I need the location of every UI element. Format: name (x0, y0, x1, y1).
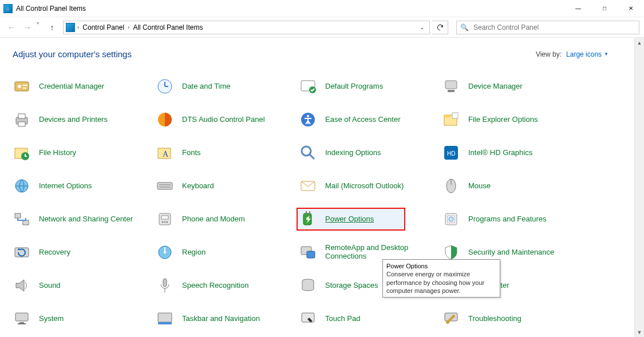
item-link[interactable]: Devices and Printers (39, 116, 108, 124)
page-heading: Adjust your computer's settings (13, 49, 132, 59)
item-link[interactable]: Phone and Modem (182, 215, 245, 224)
forward-button[interactable]: → (21, 21, 34, 34)
item-link[interactable]: Indexing Options (325, 149, 381, 157)
control-panel-item[interactable]: Programs and Features (442, 208, 585, 231)
item-link[interactable]: Power Options (325, 215, 374, 224)
item-link[interactable]: Internet Options (39, 182, 92, 191)
troubleshoot-icon (442, 310, 460, 328)
fonts-icon: A (156, 144, 174, 162)
scrollbar[interactable]: ▲ ▼ (634, 38, 644, 337)
address-bar[interactable]: › Control Panel › All Control Panel Item… (63, 21, 430, 34)
control-panel-item[interactable]: Recovery (13, 241, 156, 264)
svg-point-24 (302, 146, 311, 156)
region-icon (156, 243, 174, 261)
control-panel-item[interactable]: Mail (Microsoft Outlook) (299, 175, 442, 197)
svg-rect-18 (444, 115, 450, 117)
control-panel-item[interactable]: Troubleshooting (442, 307, 585, 330)
view-by-label: View by: (536, 50, 562, 58)
close-button[interactable]: ✕ (618, 0, 644, 17)
control-panel-item[interactable]: Devices and Printers (13, 108, 156, 131)
control-panel-item[interactable]: Taskbar and Navigation (156, 307, 299, 330)
mail-icon (299, 177, 317, 195)
view-by-dropdown[interactable]: Large icons ▼ (566, 50, 609, 58)
item-link[interactable]: Credential Manager (39, 82, 104, 91)
item-link[interactable]: Default Programs (325, 82, 383, 91)
item-link[interactable]: Touch Pad (325, 315, 360, 323)
control-panel-item[interactable]: Default Programs (299, 75, 442, 98)
item-link[interactable]: File Explorer Options (468, 116, 538, 124)
svg-point-16 (307, 115, 309, 117)
defaultprog-icon (299, 77, 317, 96)
control-panel-item[interactable]: Indexing Options (299, 141, 442, 164)
control-panel-item[interactable]: Sound (13, 274, 156, 297)
svg-rect-62 (158, 322, 172, 324)
search-input[interactable] (472, 23, 635, 32)
control-panel-item[interactable]: Phone and Modem (156, 208, 299, 231)
breadcrumb[interactable]: All Control Panel Items (132, 23, 204, 31)
svg-rect-9 (445, 81, 457, 89)
item-link[interactable]: System (39, 315, 64, 323)
address-dropdown-icon[interactable]: ⌄ (417, 24, 427, 30)
item-link[interactable]: Mouse (468, 182, 491, 191)
item-link[interactable]: DTS Audio Control Panel (182, 116, 265, 124)
control-panel-item[interactable]: File History (13, 141, 156, 164)
item-link[interactable]: Ease of Access Center (325, 116, 401, 124)
control-panel-item[interactable]: Power Options (297, 208, 405, 231)
item-link[interactable]: Storage Spaces (325, 282, 378, 290)
control-panel-item[interactable]: Device Manager (442, 75, 585, 98)
history-dropdown-icon[interactable]: ▾ (37, 21, 39, 34)
power-icon (299, 210, 317, 228)
item-link[interactable]: Programs and Features (468, 215, 547, 224)
item-link[interactable]: Speech Recognition (182, 282, 248, 290)
search-box[interactable]: 🔍 (456, 21, 639, 34)
system-icon (13, 310, 31, 328)
item-link[interactable]: Mail (Microsoft Outlook) (325, 182, 404, 191)
back-button[interactable]: ← (5, 21, 18, 34)
control-panel-item[interactable]: File Explorer Options (442, 108, 585, 131)
control-panel-item[interactable]: Ease of Access Center (299, 108, 442, 131)
item-link[interactable]: File History (39, 149, 76, 157)
item-link[interactable]: Sound (39, 282, 61, 290)
control-panel-item[interactable]: Internet Options (13, 175, 156, 197)
control-panel-item[interactable]: Mouse (442, 175, 585, 197)
item-link[interactable]: Keyboard (182, 182, 214, 191)
svg-rect-3 (23, 88, 26, 89)
control-panel-item[interactable]: Network and Sharing Center (13, 208, 156, 231)
item-link[interactable]: Fonts (182, 149, 201, 157)
up-button[interactable]: ↑ (46, 21, 58, 34)
control-panel-item[interactable]: Touch Pad (299, 307, 442, 330)
item-link[interactable]: Network and Sharing Center (39, 215, 133, 224)
control-panel-item[interactable]: Credential Manager (13, 75, 156, 98)
item-link[interactable]: Date and Time (182, 82, 231, 91)
phone-icon (156, 210, 174, 228)
minimize-button[interactable]: — (565, 0, 591, 17)
item-link[interactable]: Taskbar and Navigation (182, 315, 260, 323)
item-link[interactable]: Region (182, 248, 206, 257)
control-panel-item[interactable]: System (13, 307, 156, 330)
svg-rect-58 (15, 313, 28, 321)
item-link[interactable]: Security and Maintenance (468, 248, 554, 257)
item-link[interactable]: Device Manager (468, 82, 523, 91)
scroll-up-icon[interactable]: ▲ (635, 38, 644, 47)
control-panel-item[interactable]: Date and Time (156, 75, 299, 98)
control-panel-item[interactable]: Keyboard (156, 175, 299, 197)
breadcrumb[interactable]: Control Panel (81, 23, 125, 31)
control-panel-item[interactable]: HDIntel® HD Graphics (442, 141, 585, 164)
titlebar: ⌂ All Control Panel Items — □ ✕ (0, 0, 644, 17)
refresh-button[interactable] (432, 21, 448, 34)
control-panel-item[interactable]: Region (156, 241, 299, 264)
maximize-button[interactable]: □ (591, 0, 618, 17)
scroll-down-icon[interactable]: ▼ (635, 327, 644, 337)
svg-point-39 (162, 221, 164, 223)
svg-text:HD: HD (447, 150, 455, 157)
item-link[interactable]: RemoteApp and Desktop Connections (325, 244, 428, 261)
item-link[interactable]: Troubleshooting (468, 315, 521, 323)
svg-rect-60 (18, 323, 26, 324)
item-link[interactable]: Recovery (39, 248, 70, 257)
item-link[interactable]: Intel® HD Graphics (468, 149, 532, 157)
content-area: Adjust your computer's settings View by:… (0, 38, 644, 337)
control-panel-item[interactable]: Speech Recognition (156, 274, 299, 297)
control-panel-item[interactable]: AFonts (156, 141, 299, 164)
control-panel-item[interactable]: DTS Audio Control Panel (156, 108, 299, 131)
svg-rect-13 (18, 122, 25, 126)
